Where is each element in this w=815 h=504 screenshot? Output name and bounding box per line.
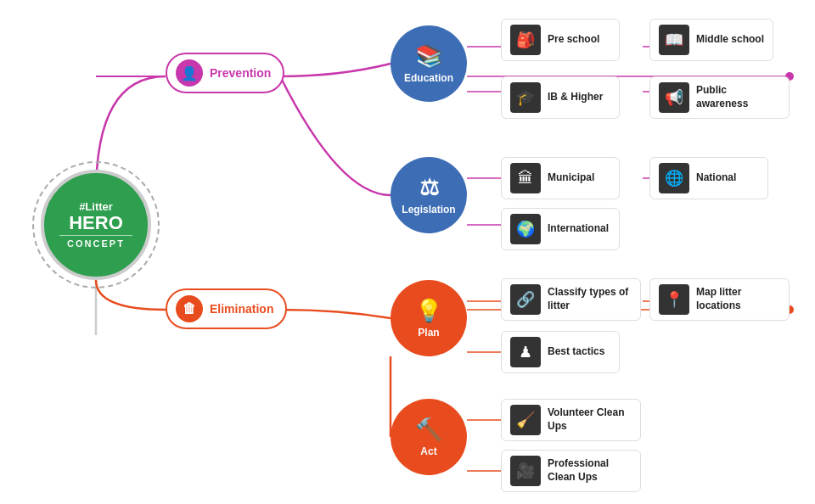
legislation-label: Legislation bbox=[402, 204, 455, 216]
professional-text: Professional Clean Ups bbox=[548, 457, 632, 484]
legislation-icon: ⚖ bbox=[419, 175, 439, 201]
box-preschool[interactable]: 🎒 Pre school bbox=[501, 19, 620, 61]
elimination-icon: 🗑 bbox=[176, 295, 203, 322]
box-besttactics[interactable]: ♟ Best tactics bbox=[501, 331, 620, 373]
middleschool-text: Middle school bbox=[696, 33, 764, 47]
national-text: National bbox=[696, 171, 736, 185]
box-municipal[interactable]: 🏛 Municipal bbox=[501, 157, 620, 199]
municipal-text: Municipal bbox=[548, 171, 594, 185]
professional-icon: 🎥 bbox=[510, 456, 541, 486]
middleschool-icon: 📖 bbox=[659, 25, 689, 55]
hero-text: HERO bbox=[69, 214, 123, 232]
international-text: International bbox=[548, 222, 609, 236]
maplitter-icon: 📍 bbox=[659, 284, 689, 315]
plan-icon: 💡 bbox=[415, 298, 442, 324]
education-circle[interactable]: 📚 Education bbox=[391, 25, 467, 102]
prevention-icon: 👤 bbox=[176, 59, 203, 87]
national-icon: 🌐 bbox=[659, 163, 689, 193]
act-icon: 🔨 bbox=[415, 417, 442, 443]
hero-concept: CONCEPT bbox=[67, 238, 125, 249]
act-label: Act bbox=[420, 445, 436, 457]
box-classify[interactable]: 🔗 Classify types of litter bbox=[501, 278, 641, 321]
legislation-circle[interactable]: ⚖ Legislation bbox=[391, 157, 467, 233]
municipal-icon: 🏛 bbox=[510, 163, 541, 193]
besttactics-icon: ♟ bbox=[510, 337, 541, 367]
box-maplitter[interactable]: 📍 Map litter locations bbox=[649, 278, 790, 321]
prevention-button[interactable]: 👤 Prevention bbox=[166, 53, 284, 93]
box-volunteer[interactable]: 🧹 Volunteer Clean Ups bbox=[501, 399, 641, 441]
ibhigher-icon: 🎓 bbox=[510, 82, 541, 113]
box-middleschool[interactable]: 📖 Middle school bbox=[649, 19, 773, 61]
international-icon: 🌍 bbox=[510, 214, 541, 244]
maplitter-text: Map litter locations bbox=[696, 286, 780, 312]
box-professional[interactable]: 🎥 Professional Clean Ups bbox=[501, 450, 641, 492]
classify-text: Classify types of litter bbox=[548, 286, 632, 312]
prevention-label: Prevention bbox=[210, 66, 271, 80]
education-icon: 📚 bbox=[415, 43, 442, 70]
preschool-text: Pre school bbox=[548, 33, 599, 47]
plan-label: Plan bbox=[418, 327, 439, 339]
box-awareness[interactable]: 📢 Public awareness bbox=[649, 76, 790, 119]
elimination-button[interactable]: 🗑 Elimination bbox=[166, 288, 287, 329]
volunteer-text: Volunteer Clean Ups bbox=[548, 406, 632, 433]
elimination-label: Elimination bbox=[210, 302, 273, 316]
plan-circle[interactable]: 💡 Plan bbox=[391, 280, 467, 356]
hero-divider bbox=[59, 235, 132, 236]
volunteer-icon: 🧹 bbox=[510, 405, 541, 435]
box-international[interactable]: 🌍 International bbox=[501, 208, 620, 250]
act-circle[interactable]: 🔨 Act bbox=[391, 399, 467, 475]
awareness-text: Public awareness bbox=[696, 84, 780, 110]
diagram: #Litter HERO CONCEPT 👤 Prevention 🗑 Elim… bbox=[0, 0, 815, 504]
education-label: Education bbox=[404, 72, 453, 84]
awareness-icon: 📢 bbox=[659, 82, 689, 113]
hero-circle: #Litter HERO CONCEPT bbox=[41, 170, 151, 280]
box-national[interactable]: 🌐 National bbox=[649, 157, 768, 199]
preschool-icon: 🎒 bbox=[510, 25, 541, 55]
box-ibhigher[interactable]: 🎓 IB & Higher bbox=[501, 76, 620, 119]
ibhigher-text: IB & Higher bbox=[548, 91, 603, 104]
besttactics-text: Best tactics bbox=[548, 345, 604, 359]
classify-icon: 🔗 bbox=[510, 284, 541, 315]
